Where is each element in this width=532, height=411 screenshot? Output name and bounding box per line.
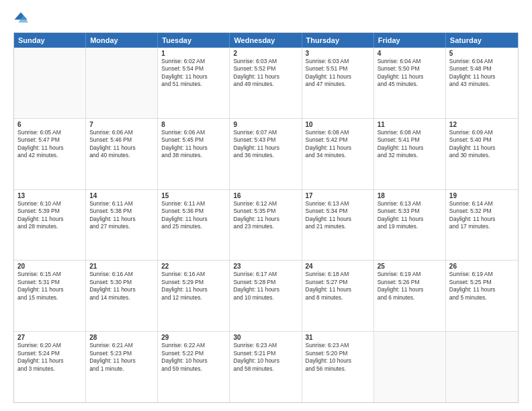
cell-info-line: and 40 minutes. (89, 152, 154, 159)
day-number: 27 (17, 334, 82, 341)
cell-info-line: Daylight: 11 hours (378, 286, 442, 293)
cell-info-line: Sunrise: 6:13 AM (378, 200, 442, 208)
day-number: 17 (306, 192, 370, 199)
cell-info-line: and 28 minutes. (17, 223, 82, 230)
cell-info-line: Daylight: 11 hours (17, 357, 82, 365)
cell-info-line: Sunrise: 6:15 AM (17, 271, 82, 278)
calendar-cell: 31Sunrise: 6:23 AMSunset: 5:20 PMDayligh… (302, 332, 374, 402)
cell-info-line: Daylight: 11 hours (89, 286, 154, 293)
cell-info-line: Daylight: 11 hours (89, 357, 154, 365)
calendar-cell: 25Sunrise: 6:19 AMSunset: 5:26 PMDayligh… (374, 261, 446, 331)
cell-info-line: Daylight: 11 hours (233, 216, 298, 223)
calendar-cell: 8Sunrise: 6:06 AMSunset: 5:45 PMDaylight… (158, 119, 230, 189)
cell-info-line: Sunset: 5:26 PM (378, 279, 442, 286)
cell-info-line: Sunset: 5:25 PM (449, 279, 515, 286)
calendar-cell: 14Sunrise: 6:11 AMSunset: 5:38 PMDayligh… (86, 190, 158, 261)
cell-info-line: Daylight: 11 hours (306, 73, 370, 81)
calendar-cell: 17Sunrise: 6:13 AMSunset: 5:34 PMDayligh… (302, 190, 374, 261)
calendar-cell: 3Sunrise: 6:03 AMSunset: 5:51 PMDaylight… (302, 48, 374, 118)
calendar-cell: 27Sunrise: 6:20 AMSunset: 5:24 PMDayligh… (14, 332, 86, 402)
cell-info-line: Daylight: 11 hours (449, 216, 515, 223)
cell-info-line: Daylight: 11 hours (306, 286, 370, 293)
cell-info-line: Daylight: 11 hours (161, 286, 226, 293)
cell-info-line: Sunset: 5:42 PM (306, 136, 370, 144)
cell-info-line: and 43 minutes. (449, 81, 515, 88)
calendar-cell (446, 332, 518, 402)
cell-info-line: Sunrise: 6:19 AM (378, 271, 442, 278)
cell-info-line: Sunrise: 6:23 AM (233, 342, 298, 349)
cell-info-line: and 15 minutes. (17, 294, 82, 302)
cell-info-line: Sunset: 5:34 PM (306, 208, 370, 215)
cell-info-line: Daylight: 10 hours (161, 357, 226, 365)
day-number: 1 (161, 50, 226, 57)
cell-info-line: Sunrise: 6:12 AM (233, 200, 298, 208)
cell-info-line: Sunrise: 6:13 AM (306, 200, 370, 208)
calendar-header: SundayMondayTuesdayWednesdayThursdayFrid… (14, 33, 518, 48)
calendar-cell: 5Sunrise: 6:04 AMSunset: 5:48 PMDaylight… (446, 48, 518, 118)
cell-info-line: Sunset: 5:43 PM (233, 136, 298, 144)
calendar-cell: 19Sunrise: 6:14 AMSunset: 5:32 PMDayligh… (446, 190, 518, 261)
calendar-cell: 26Sunrise: 6:19 AMSunset: 5:25 PMDayligh… (446, 261, 518, 331)
cell-info-line: Sunrise: 6:08 AM (378, 129, 442, 136)
cell-info-line: Sunset: 5:35 PM (233, 208, 298, 215)
calendar-row-3: 20Sunrise: 6:15 AMSunset: 5:31 PMDayligh… (14, 261, 518, 332)
calendar-cell (86, 48, 158, 118)
cell-info-line: Sunrise: 6:03 AM (233, 58, 298, 65)
calendar-body: 1Sunrise: 6:02 AMSunset: 5:54 PMDaylight… (14, 48, 518, 402)
day-number: 11 (378, 121, 442, 128)
cell-info-line: Sunrise: 6:16 AM (89, 271, 154, 278)
cell-info-line: Sunrise: 6:10 AM (17, 200, 82, 208)
cell-info-line: Daylight: 11 hours (378, 216, 442, 223)
cell-info-line: Daylight: 11 hours (306, 216, 370, 223)
calendar-row-2: 13Sunrise: 6:10 AMSunset: 5:39 PMDayligh… (14, 190, 518, 261)
cell-info-line: Sunrise: 6:11 AM (161, 200, 226, 208)
cell-info-line: Sunset: 5:24 PM (17, 350, 82, 357)
cell-info-line: Sunset: 5:32 PM (449, 208, 515, 215)
cell-info-line: and 1 minute. (89, 365, 154, 373)
calendar-cell (374, 332, 446, 402)
day-number: 8 (161, 121, 226, 128)
cell-info-line: Daylight: 11 hours (449, 286, 515, 293)
day-number: 21 (89, 263, 154, 270)
header-day-sunday: Sunday (14, 33, 86, 48)
cell-info-line: Sunrise: 6:11 AM (89, 200, 154, 208)
day-number: 16 (233, 192, 298, 199)
cell-info-line: and 42 minutes. (17, 152, 82, 159)
day-number: 30 (233, 334, 298, 341)
cell-info-line: Sunset: 5:41 PM (378, 136, 442, 144)
cell-info-line: Daylight: 11 hours (17, 144, 82, 152)
header-day-tuesday: Tuesday (158, 33, 230, 48)
header-day-monday: Monday (86, 33, 158, 48)
day-number: 29 (161, 334, 226, 341)
cell-info-line: and 32 minutes. (378, 152, 442, 159)
day-number: 18 (378, 192, 442, 199)
cell-info-line: and 58 minutes. (233, 365, 298, 373)
cell-info-line: and 49 minutes. (233, 81, 298, 88)
cell-info-line: Sunrise: 6:06 AM (89, 129, 154, 136)
cell-info-line: Sunrise: 6:03 AM (306, 58, 370, 65)
day-number: 25 (378, 263, 442, 270)
cell-info-line: Sunset: 5:52 PM (233, 65, 298, 73)
cell-info-line: Sunset: 5:48 PM (449, 65, 515, 73)
header-day-thursday: Thursday (302, 33, 374, 48)
cell-info-line: Daylight: 11 hours (449, 144, 515, 152)
calendar-cell: 29Sunrise: 6:22 AMSunset: 5:22 PMDayligh… (158, 332, 230, 402)
calendar-cell: 4Sunrise: 6:04 AMSunset: 5:50 PMDaylight… (374, 48, 446, 118)
day-number: 13 (17, 192, 82, 199)
cell-info-line: Sunset: 5:51 PM (306, 65, 370, 73)
calendar-cell: 13Sunrise: 6:10 AMSunset: 5:39 PMDayligh… (14, 190, 86, 261)
calendar-cell: 10Sunrise: 6:08 AMSunset: 5:42 PMDayligh… (302, 119, 374, 189)
calendar: SundayMondayTuesdayWednesdayThursdayFrid… (13, 32, 519, 403)
cell-info-line: Sunrise: 6:16 AM (161, 271, 226, 278)
cell-info-line: Daylight: 10 hours (233, 357, 298, 365)
cell-info-line: and 25 minutes. (161, 223, 226, 230)
cell-info-line: Daylight: 11 hours (306, 144, 370, 152)
cell-info-line: Daylight: 11 hours (233, 73, 298, 81)
day-number: 26 (449, 263, 515, 270)
calendar-cell: 28Sunrise: 6:21 AMSunset: 5:23 PMDayligh… (86, 332, 158, 402)
cell-info-line: Sunrise: 6:05 AM (17, 129, 82, 136)
logo-icon (13, 11, 28, 26)
calendar-cell: 16Sunrise: 6:12 AMSunset: 5:35 PMDayligh… (230, 190, 302, 261)
cell-info-line: Sunrise: 6:23 AM (306, 342, 370, 349)
day-number: 23 (233, 263, 298, 270)
